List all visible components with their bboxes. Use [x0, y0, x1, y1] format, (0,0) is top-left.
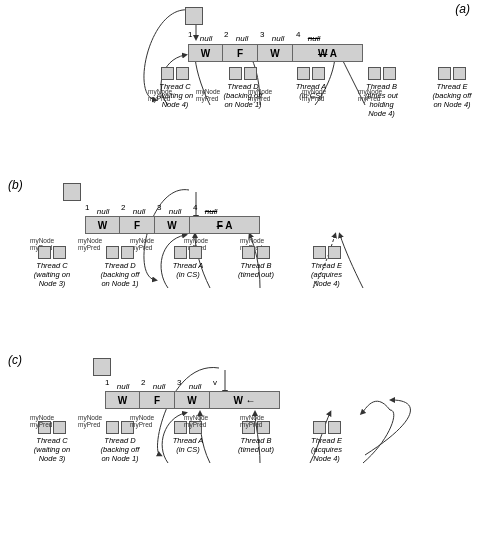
section-a-label: (a): [455, 2, 470, 16]
start-node-c: [93, 358, 111, 376]
start-node-b: [63, 183, 81, 201]
section-c-label: (c): [8, 353, 22, 367]
diagram-container: (a) 1 2 3 4 null null null null W F W W …: [0, 0, 500, 533]
start-node-a: [185, 7, 203, 25]
section-b-label: (b): [8, 178, 23, 192]
